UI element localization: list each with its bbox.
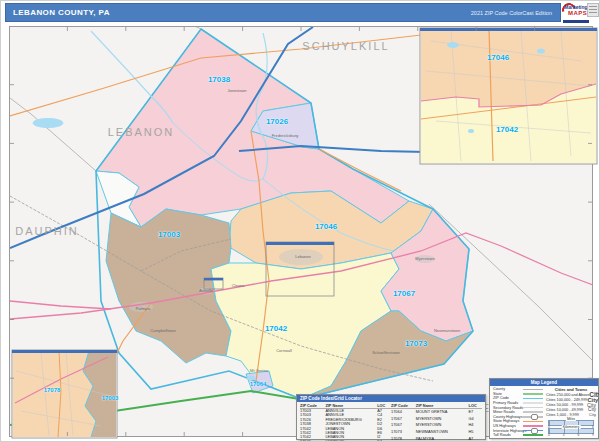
zip-label-17078[interactable]: 17078	[44, 387, 61, 393]
highway-badge-icon	[531, 414, 538, 420]
town-label: Mt Gretna	[250, 368, 268, 373]
town-label: Annville	[199, 288, 213, 293]
town-label: Schaefferstown	[372, 350, 400, 355]
county-map-canvas[interactable]	[1, 1, 600, 442]
zip-label-17038[interactable]: 17038	[208, 75, 230, 84]
legend-line-symbols: CountyStateZIP CodePrimary RoadsSecondar…	[490, 386, 546, 438]
zip-label-17042[interactable]: 17042	[265, 324, 287, 333]
inset-map-palmyra[interactable]	[12, 350, 117, 438]
inset-map-lebanon-city[interactable]	[420, 28, 597, 164]
legend-title: Map Legend	[490, 379, 598, 386]
town-label: Fredericksburg	[272, 133, 299, 138]
scale-bar-kilometers: Kilometers 0369	[548, 428, 594, 434]
zip-label-17003[interactable]: 17003	[158, 230, 180, 239]
zip-table-left: ZIP CodeZIP NameLOC17003ANNVILLEA717003A…	[300, 403, 391, 442]
scale-miles-caption: Miles	[566, 417, 576, 421]
zip-label-17026[interactable]: 17026	[266, 117, 288, 126]
zip-label-17073[interactable]: 17073	[405, 339, 427, 348]
town-label: Newmanstown	[434, 328, 460, 333]
town-label: Cleona	[232, 283, 245, 288]
zip-table-title: ZIP Code Index/Grid Locator	[297, 395, 485, 402]
zip-label-17067[interactable]: 17067	[393, 289, 415, 298]
county-label-lebanon: LEBANON	[108, 126, 175, 138]
town-label: Jonestown	[227, 88, 246, 93]
zip-label-17046[interactable]: 17046	[315, 222, 337, 231]
table-row: 17078PALMYRAA7	[391, 436, 482, 442]
table-row: 17064MOUNT GRETNAE7	[391, 409, 482, 416]
map-legend[interactable]: Map Legend CountyStateZIP CodePrimary Ro…	[489, 378, 599, 439]
legend-cities: Cities and Towns Cities 250,000 and Abov…	[546, 386, 598, 438]
map-page: LEBANON COUNTY, PA 2021 ZIP Code ColorCa…	[0, 0, 600, 442]
town-label: Myerstown	[415, 256, 434, 261]
zip-label-17046[interactable]: 17046	[487, 53, 509, 62]
zip-label-17042[interactable]: 17042	[496, 125, 518, 134]
zip-label-17003[interactable]: 17003	[102, 395, 119, 401]
zip-table-right: ZIP CodeZIP NameLOC17064MOUNT GRETNAE717…	[391, 403, 482, 442]
town-label: Lebanon	[295, 254, 311, 259]
zip-label-17064[interactable]: 17064	[250, 381, 267, 387]
highway-badge-icon	[531, 428, 538, 434]
zip-index-table[interactable]: ZIP Code Index/Grid Locator ZIP CodeZIP …	[296, 394, 486, 440]
county-label-dauphin: DAUPHIN	[15, 225, 79, 237]
legend-row-toll-roads: Toll Roads	[493, 433, 546, 438]
town-label: Cornwall	[276, 348, 292, 353]
town-label: Palmyra	[136, 306, 151, 311]
town-label: Campbelltown	[150, 328, 175, 333]
county-label-schuylkill: SCHUYLKILL	[302, 40, 389, 52]
